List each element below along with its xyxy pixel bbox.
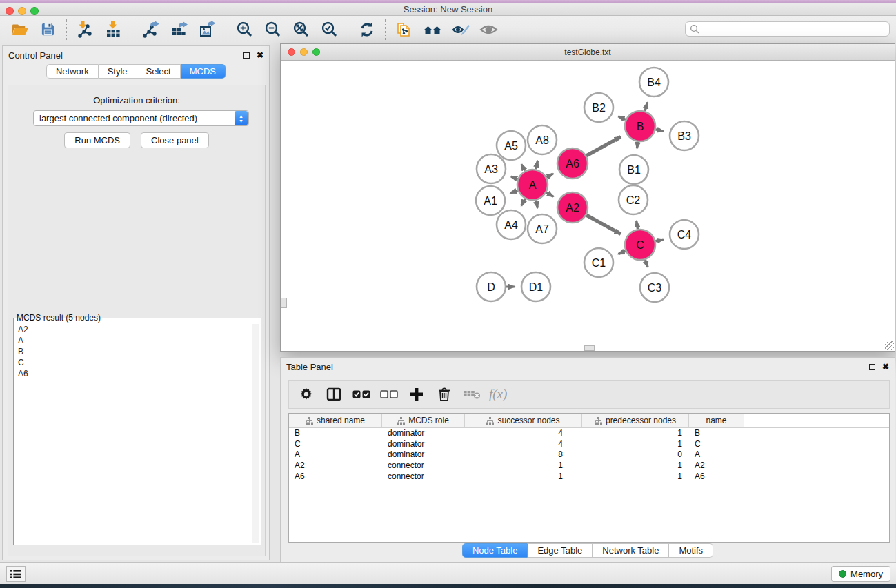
cell-predecessor-nodes[interactable]: 1 [582, 460, 689, 472]
column-header-shared-name[interactable]: shared name [289, 414, 382, 427]
cell-MCDS-role[interactable]: dominator [382, 449, 465, 460]
graph-edge-A-A1[interactable] [510, 190, 517, 193]
cell-successor-nodes[interactable]: 4 [465, 428, 582, 439]
function-builder-icon[interactable]: f(x) [489, 387, 507, 402]
bottom-edge-gripper[interactable] [584, 345, 595, 351]
mcds-result-item[interactable]: A2 [18, 324, 261, 335]
column-header-name[interactable]: name [689, 414, 744, 427]
export-network-icon[interactable] [137, 18, 165, 41]
scrollbar-track[interactable] [252, 324, 259, 543]
show-graphics-details-icon[interactable] [475, 18, 503, 41]
minimize-traffic-light[interactable] [300, 48, 308, 56]
graph-edge-A-A3[interactable] [511, 176, 518, 179]
tab-network[interactable]: Network [46, 64, 99, 79]
cell-predecessor-nodes[interactable]: 0 [582, 449, 689, 460]
cell-successor-nodes[interactable]: 4 [465, 439, 582, 450]
search-input[interactable] [699, 24, 885, 34]
zoom-traffic-light[interactable] [312, 48, 320, 56]
cell-predecessor-nodes[interactable]: 1 [582, 428, 689, 439]
mcds-result-item[interactable]: C [18, 357, 261, 368]
cell-predecessor-nodes[interactable]: 1 [582, 472, 689, 483]
close-traffic-light[interactable] [288, 48, 295, 56]
open-file-icon[interactable] [6, 18, 34, 41]
cell-MCDS-role[interactable]: dominator [382, 439, 465, 450]
cell-shared-name[interactable]: A [289, 449, 382, 460]
table-row[interactable]: Bdominator41B [289, 428, 889, 439]
zoom-out-icon[interactable] [259, 18, 287, 41]
toggle-column-view-icon[interactable] [323, 384, 344, 405]
hide-graphics-details-icon[interactable] [446, 18, 475, 41]
save-session-icon[interactable] [34, 18, 62, 41]
optimization-criterion-select[interactable]: largest connected component (directed) ▲… [33, 110, 249, 126]
export-image-icon[interactable] [193, 18, 221, 41]
cell-name[interactable]: A2 [689, 460, 744, 472]
tab-node-table[interactable]: Node Table [462, 543, 528, 558]
deselect-all-checkboxes-icon[interactable] [379, 384, 399, 405]
graph-edge-C-C2[interactable] [637, 221, 638, 230]
close-panel-icon[interactable]: ✖ [257, 52, 263, 59]
cell-name[interactable]: B [689, 428, 744, 439]
zoom-fit-icon[interactable] [287, 18, 315, 41]
network-canvas[interactable]: B4B2BB3B1A5A8A6A3AA1A2A4A7C2C4CC1C3DD1 [281, 61, 895, 351]
search-field[interactable] [685, 21, 890, 37]
mcds-result-item[interactable]: A [18, 335, 261, 346]
graph-edge-B-B1[interactable] [637, 142, 637, 149]
cell-MCDS-role[interactable]: connector [382, 472, 465, 483]
graph-edge-A-A5[interactable] [521, 164, 525, 171]
column-header-successor-nodes[interactable]: successor nodes [465, 414, 582, 427]
float-panel-icon[interactable] [243, 52, 250, 59]
cell-shared-name[interactable]: A6 [289, 472, 382, 483]
graph-edge-B-B4[interactable] [645, 103, 648, 111]
zoom-selected-icon[interactable] [315, 18, 344, 41]
mcds-result-item[interactable]: B [18, 346, 261, 357]
cell-successor-nodes[interactable]: 1 [465, 472, 582, 483]
tab-motifs[interactable]: Motifs [669, 543, 713, 558]
cell-shared-name[interactable]: A2 [289, 460, 382, 472]
task-history-button[interactable] [6, 566, 26, 582]
table-row[interactable]: A2connector11A2 [289, 460, 889, 472]
network-overview-icon[interactable] [418, 18, 446, 41]
column-header-predecessor-nodes[interactable]: predecessor nodes [582, 414, 689, 427]
delete-column-icon[interactable] [434, 384, 455, 405]
column-header-MCDS-role[interactable]: MCDS role [382, 414, 465, 427]
graph-edge-A-A6[interactable] [546, 174, 552, 177]
graph-edge-A-A4[interactable] [521, 199, 526, 205]
delete-table-icon[interactable] [461, 384, 482, 405]
cell-name[interactable]: A [689, 449, 744, 460]
mcds-result-item[interactable]: A6 [18, 368, 261, 379]
refresh-icon[interactable] [352, 18, 381, 41]
tab-network-table[interactable]: Network Table [593, 543, 669, 558]
graph-edge-A-A2[interactable] [546, 192, 553, 196]
cell-predecessor-nodes[interactable]: 1 [582, 439, 689, 450]
graph-edge-C-C3[interactable] [645, 260, 648, 267]
cell-MCDS-role[interactable]: dominator [382, 428, 465, 439]
graph-edge-A-A8[interactable] [536, 161, 538, 169]
import-network-icon[interactable] [71, 18, 99, 41]
cell-MCDS-role[interactable]: connector [382, 460, 465, 472]
memory-button[interactable]: Memory [831, 566, 890, 582]
tab-mcds[interactable]: MCDS [181, 64, 226, 79]
minimize-traffic-light[interactable] [18, 7, 26, 15]
graph-edge-B-B3[interactable] [655, 130, 663, 131]
duplicate-network-icon[interactable] [390, 18, 418, 41]
graph-edge-A6-B[interactable] [586, 136, 621, 155]
graph-edge-A-A7[interactable] [536, 200, 537, 207]
add-column-icon[interactable] [406, 384, 427, 405]
select-all-checkboxes-icon[interactable] [351, 384, 372, 405]
tab-select[interactable]: Select [137, 64, 181, 79]
graph-edge-B-B2[interactable] [618, 116, 626, 120]
graph-edge-A2-C[interactable] [586, 215, 621, 234]
cell-name[interactable]: C [689, 439, 744, 450]
tab-edge-table[interactable]: Edge Table [528, 543, 593, 558]
float-panel-icon[interactable] [869, 364, 875, 370]
close-panel-icon[interactable]: ✖ [882, 363, 889, 370]
table-row[interactable]: Cdominator41C [289, 439, 889, 450]
graph-edge-C-C4[interactable] [655, 239, 663, 241]
network-window-titlebar[interactable]: testGlobe.txt [281, 44, 895, 61]
table-row[interactable]: Adominator80A [289, 449, 889, 460]
settings-gear-icon[interactable] [296, 384, 317, 405]
zoom-in-icon[interactable] [230, 18, 259, 41]
resize-corner-icon[interactable] [885, 341, 894, 350]
close-panel-button[interactable]: Close panel [141, 132, 209, 148]
cell-name[interactable]: A6 [689, 472, 744, 483]
